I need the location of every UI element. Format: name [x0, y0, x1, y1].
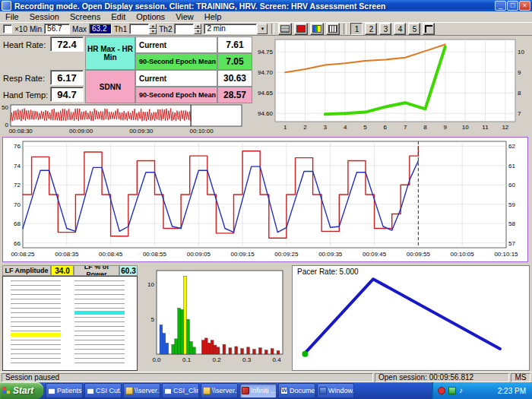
sdnn-epoch-label: 90-Second Epoch Mean: [135, 87, 217, 103]
menu-screens[interactable]: Screens: [65, 12, 106, 21]
red-display-button[interactable]: [294, 23, 308, 35]
taskbar: Start Patients... CSI Cut... \\server...…: [0, 382, 532, 399]
hrv-oscillation-panel: 00:08:2500:08:3500:08:4500:08:5500:09:05…: [2, 137, 528, 262]
th1-up-icon[interactable]: ▲: [149, 24, 157, 29]
taskbar-item-label: \\server...: [135, 387, 160, 394]
taskbar-item-server-2[interactable]: \\server...: [201, 383, 238, 398]
maximize-button[interactable]: □: [507, 1, 518, 11]
status-message: Session paused: [2, 373, 373, 382]
svg-text:5: 5: [363, 124, 367, 131]
svg-text:4: 4: [344, 124, 347, 131]
max-field[interactable]: 63.2: [89, 24, 112, 34]
taskbar-item-patients[interactable]: Patients...: [46, 383, 83, 398]
taskbar-item-csi-cut[interactable]: CSI Cut...: [84, 383, 122, 398]
svg-text:00:09:35: 00:09:35: [318, 251, 343, 258]
frequency-spectrum-chart: 0.00.10.20.30.4510: [140, 266, 290, 370]
th2-up-icon[interactable]: ▲: [194, 24, 201, 29]
start-label: Start: [13, 385, 33, 396]
app-window-icon: [242, 387, 249, 394]
screen-button-4[interactable]: 4: [394, 23, 406, 35]
folder-icon: [125, 387, 133, 394]
svg-text:94.70: 94.70: [258, 69, 274, 76]
svg-text:59: 59: [508, 201, 515, 208]
th1-down-icon[interactable]: ▼: [149, 29, 157, 34]
screen-button-5[interactable]: 5: [408, 23, 420, 35]
app-icon: [2, 1, 11, 11]
toolbar-separator: [271, 24, 274, 34]
hand-temp-label: Hand Temp:: [3, 90, 48, 100]
screen-button-1[interactable]: 1: [350, 23, 363, 35]
th2-field[interactable]: [174, 24, 194, 34]
grid-icon: [280, 25, 290, 33]
svg-text:00:08:30: 00:08:30: [9, 128, 33, 135]
close-button[interactable]: ×: [519, 1, 530, 11]
window-icon: [319, 387, 327, 394]
th2-stepper[interactable]: ▲▼: [174, 24, 201, 34]
menu-options[interactable]: Options: [131, 12, 170, 21]
svg-text:68: 68: [14, 220, 21, 227]
menu-edit[interactable]: Edit: [106, 12, 131, 21]
menu-view[interactable]: View: [170, 12, 199, 21]
svg-text:00:08:45: 00:08:45: [99, 251, 123, 258]
taskbar-item-windows[interactable]: Window...: [317, 383, 354, 398]
stripes-display-button[interactable]: [326, 23, 340, 35]
taskbar-item-server-1[interactable]: \\server...: [123, 383, 160, 398]
svg-text:00:09:05: 00:09:05: [187, 251, 211, 258]
interval-dropdown[interactable]: 2 min ▼: [204, 24, 268, 34]
corner-icon: [425, 25, 432, 33]
document-icon: [87, 387, 94, 394]
application-window: Recording mode. Open Display session. Cl…: [0, 0, 532, 399]
resp-rate-value: 6.17: [50, 70, 84, 85]
tray-network-icon[interactable]: [448, 387, 456, 394]
svg-text:00:10:00: 00:10:00: [190, 128, 214, 135]
status-units: MS: [511, 373, 530, 382]
menu-help[interactable]: Help: [199, 12, 227, 21]
svg-text:00:09:55: 00:09:55: [407, 251, 431, 258]
toolbar-separator: [344, 24, 347, 34]
svg-text:8: 8: [423, 124, 427, 131]
start-button[interactable]: Start: [0, 382, 43, 399]
svg-text:3: 3: [324, 124, 328, 131]
taskbar-item-document[interactable]: WDocume...: [278, 383, 315, 398]
taskbar-items: Patients... CSI Cut... \\server... CSI_C…: [46, 383, 354, 398]
interval-value[interactable]: 2 min: [204, 24, 257, 34]
histogram-display-button[interactable]: [310, 23, 324, 35]
sdnn-epoch-value: 28.57: [217, 87, 252, 103]
lf-amplitude-meter: [11, 280, 61, 367]
svg-text:62: 62: [508, 143, 515, 150]
svg-text:00:08:35: 00:08:35: [55, 251, 79, 258]
svg-text:66: 66: [14, 240, 21, 247]
th1-stepper[interactable]: ▲▼: [129, 24, 157, 34]
lf-amplitude-value: 34.0: [51, 265, 74, 276]
tray-recording-icon[interactable]: [438, 387, 445, 394]
svg-text:0.2: 0.2: [212, 356, 221, 363]
svg-text:74: 74: [14, 163, 21, 169]
red-square-icon: [296, 25, 306, 33]
taskbar-item-csi-clin[interactable]: CSI_Clin...: [162, 383, 199, 398]
lf-power-meter: [74, 280, 125, 367]
svg-text:58: 58: [508, 220, 515, 227]
screen-button-2[interactable]: 2: [365, 23, 377, 35]
x10-checkbox[interactable]: [3, 24, 12, 33]
svg-text:10: 10: [462, 124, 469, 131]
hr-range-epoch-value: 7.05: [217, 53, 252, 70]
taskbar-item-label: \\server...: [212, 387, 238, 394]
th1-field[interactable]: [129, 24, 149, 34]
layout-button[interactable]: [423, 23, 435, 35]
th1-label: Th1: [114, 25, 127, 33]
th2-down-icon[interactable]: ▼: [194, 29, 201, 34]
menu-file[interactable]: File: [0, 12, 24, 21]
th2-label: Th2: [159, 25, 172, 33]
status-bar: Session paused Open session: 00:09:56.81…: [0, 372, 532, 383]
max-label: Max: [72, 25, 87, 33]
taskbar-item-infiniti[interactable]: Infiniti ...: [239, 383, 277, 398]
svg-text:10: 10: [518, 49, 524, 55]
grid-view-button[interactable]: [278, 23, 292, 35]
min-field[interactable]: 56.7: [44, 24, 70, 34]
minimize-button[interactable]: _: [495, 1, 506, 11]
svg-text:6: 6: [384, 124, 388, 131]
screen-button-3[interactable]: 3: [379, 23, 391, 35]
menu-session[interactable]: Session: [24, 12, 65, 21]
chevron-down-icon[interactable]: ▼: [257, 24, 268, 34]
tray-volume-icon[interactable]: ♪: [459, 387, 463, 394]
